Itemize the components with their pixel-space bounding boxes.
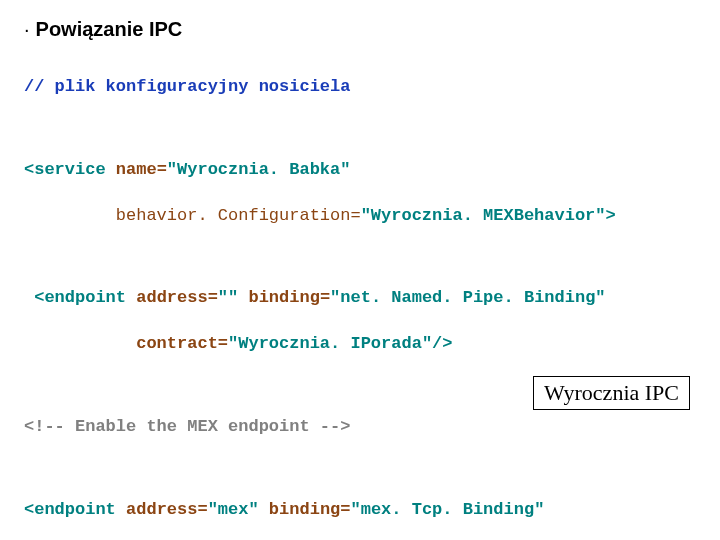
title-bullet: · [24,18,30,40]
code-attr: address= [116,500,208,519]
side-label: Wyrocznia IPC [533,376,690,410]
code-val: "Wyrocznia. MEXBehavior" [361,206,606,225]
title-text: Powiązanie IPC [36,18,183,40]
code-val: "Wyrocznia. Babka" [167,160,351,179]
code-val: "net. Named. Pipe. Binding" [330,288,605,307]
code-val: "mex" [208,500,259,519]
code-attr: binding= [238,288,330,307]
code-tag: <endpoint [24,500,116,519]
code-val: "mex. Tcp. Binding" [351,500,545,519]
slide-title: ·Powiązanie IPC [24,18,696,41]
code-tag: /> [432,334,452,353]
code-attr: binding= [259,500,351,519]
code-attr: behavior. Configuration= [24,206,361,225]
code-block: // plik konfiguracyjny nosiciela <servic… [24,53,696,540]
code-comment: // plik konfiguracyjny nosiciela [24,77,350,96]
code-val: "" [218,288,238,307]
code-tag: > [606,206,616,225]
code-comment: <!-- Enable the MEX endpoint --> [24,417,350,436]
code-val: "Wyrocznia. IPorada" [228,334,432,353]
code-tag: <service [24,160,106,179]
code-attr: name= [106,160,167,179]
code-attr: address= [126,288,218,307]
code-attr: contract= [24,334,228,353]
code-tag: <endpoint [24,288,126,307]
